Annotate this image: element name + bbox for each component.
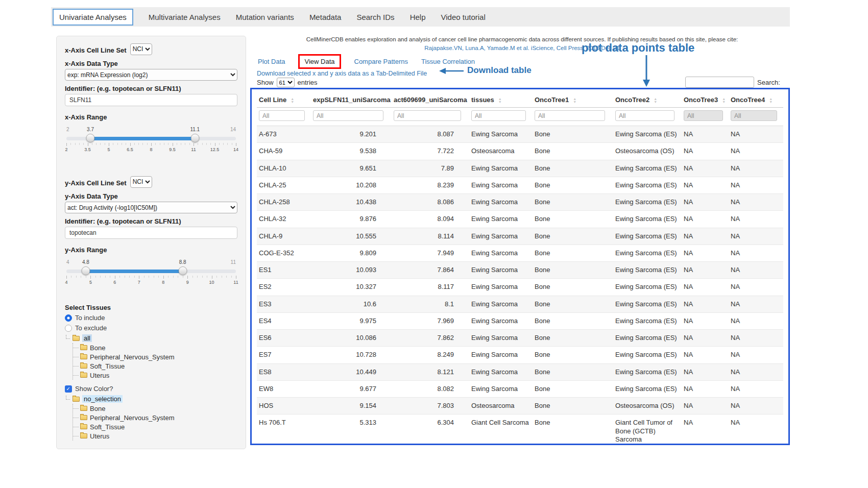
filter-input-act609699-unisarcoma[interactable]: [394, 110, 461, 121]
column-header-oncotree2[interactable]: OncoTree2▲▼: [613, 90, 682, 108]
entries-select[interactable]: 61: [277, 78, 295, 87]
tree-item-label: Soft_Tissue: [90, 423, 125, 431]
nav-tab-video-tutorial[interactable]: Video tutorial: [441, 13, 485, 21]
tab-tissue-correlation[interactable]: Tissue Correlation: [421, 58, 475, 65]
tree-item-uterus[interactable]: Uterus: [73, 431, 237, 441]
table-cell: Ewing Sarcoma (ES): [613, 160, 682, 177]
slider-handle-to[interactable]: [178, 266, 187, 275]
column-header-oncotree1[interactable]: OncoTree1▲▼: [533, 90, 613, 108]
tree-item-soft-tissue[interactable]: Soft_Tissue: [73, 422, 237, 431]
table-cell: Ewing Sarcoma: [469, 177, 533, 193]
download-link[interactable]: Download selected x and y axis data as a…: [257, 70, 427, 77]
nav-tab-mutation-variants[interactable]: Mutation variants: [236, 13, 294, 21]
slider-handle-to[interactable]: [190, 134, 199, 142]
column-header-oncotree4[interactable]: OncoTree4▲▼: [729, 90, 783, 108]
table-cell: NA: [729, 312, 783, 329]
table-cell: Ewing Sarcoma (ES): [613, 126, 682, 143]
citation-link[interactable]: Rajapakse.VN, Luna.A, Yamade.M et al. iS…: [255, 45, 789, 51]
filter-input-cell-line[interactable]: [259, 110, 305, 121]
y-identifier-label: Identifier: (e.g. topotecan or SLFN11): [65, 217, 237, 225]
y-identifier-input[interactable]: [65, 227, 237, 239]
control-sidebar: x-Axis Cell Line Set NCI x-Axis Data Typ…: [56, 36, 246, 449]
x-data-type-select[interactable]: exp: mRNA Expression (log2): [65, 69, 237, 81]
table-cell: NA: [729, 279, 783, 296]
tree-root-all[interactable]: all: [66, 334, 237, 342]
tree-item-soft-tissue[interactable]: Soft_Tissue: [73, 361, 237, 371]
folder-icon: [80, 345, 87, 350]
slider-min-label: 2: [66, 127, 69, 132]
tissues-exclude-radio[interactable]: To exclude: [65, 324, 237, 332]
filter-input-oncotree2[interactable]: [615, 110, 674, 121]
tree-item-peripheral-nervous-system[interactable]: Peripheral_Nervous_System: [73, 352, 237, 361]
table-cell: Ewing Sarcoma: [469, 380, 533, 397]
table-row: CHLA-329.8768.094Ewing SarcomaBoneEwing …: [257, 211, 783, 228]
slider-from-label: 3.7: [87, 127, 94, 132]
sort-icon[interactable]: ▲▼: [291, 97, 294, 104]
tree-item-bone[interactable]: Bone: [73, 343, 237, 352]
nav-tab-univariate-analyses[interactable]: Univariate Analyses: [53, 9, 133, 26]
sort-icon[interactable]: ▲▼: [573, 97, 576, 104]
filter-input-tissues[interactable]: [471, 110, 526, 121]
filter-input-expslfn11-unisarcoma[interactable]: [313, 110, 383, 121]
table-row: ES49.9757.969Ewing SarcomaBoneEwing Sarc…: [257, 312, 783, 329]
search-input[interactable]: [685, 77, 754, 88]
nav-tab-search-ids[interactable]: Search IDs: [356, 13, 394, 21]
tree-root-label: all: [82, 334, 92, 342]
table-cell: 9.677: [311, 380, 392, 397]
tab-view-data[interactable]: View Data: [298, 54, 341, 69]
slider-max-label: 11: [231, 259, 236, 265]
table-row: A-6739.2018.087Ewing SarcomaBoneEwing Sa…: [257, 126, 783, 143]
y-data-type-select[interactable]: act: Drug Activity (-log10[IC50M]): [65, 202, 237, 213]
y-cell-line-set-select[interactable]: NCI: [130, 176, 152, 188]
slider-min-label: 4: [66, 259, 69, 265]
table-cell: Ewing Sarcoma (ES): [613, 194, 682, 211]
column-header-expslfn11-unisarcoma[interactable]: expSLFN11_uniSarcoma▲▼: [311, 90, 392, 108]
tab-plot-data[interactable]: Plot Data: [258, 58, 285, 65]
table-cell: NA: [682, 245, 729, 261]
tab-compare-patterns[interactable]: Compare Patterns: [354, 58, 408, 65]
sort-icon[interactable]: ▲▼: [722, 97, 726, 104]
table-cell: CHLA-32: [257, 211, 311, 228]
filter-input-oncotree3[interactable]: [684, 110, 723, 121]
filter-input-oncotree4[interactable]: [731, 110, 777, 121]
nav-tab-metadata[interactable]: Metadata: [309, 13, 342, 21]
y-range-slider[interactable]: 4114.88.84567891011: [66, 267, 236, 290]
table-cell: NA: [729, 143, 783, 160]
slider-to-label: 8.8: [179, 259, 186, 265]
column-header-cell-line[interactable]: Cell Line▲▼: [257, 90, 311, 108]
show-color-checkbox-row[interactable]: Show Color?: [65, 385, 237, 393]
filter-input-oncotree1[interactable]: [535, 110, 605, 121]
column-header-oncotree3[interactable]: OncoTree3▲▼: [682, 90, 729, 108]
sort-icon[interactable]: ▲▼: [769, 97, 773, 104]
table-cell: NA: [682, 126, 729, 143]
slider-handle-from[interactable]: [81, 266, 90, 275]
tissues-include-radio[interactable]: To include: [65, 314, 237, 322]
nav-tab-help[interactable]: Help: [410, 13, 426, 21]
filter-cell: [682, 108, 729, 126]
sort-icon[interactable]: ▲▼: [498, 97, 502, 104]
table-cell: 7.722: [392, 143, 469, 160]
table-cell: 9.975: [311, 312, 392, 329]
tree-item-peripheral-nervous-system[interactable]: Peripheral_Nervous_System: [73, 413, 237, 422]
table-cell: Hs 706.T: [257, 414, 311, 445]
table-cell: Bone: [533, 262, 613, 279]
tree-item-uterus[interactable]: Uterus: [73, 371, 237, 380]
table-cell: NA: [682, 330, 729, 347]
table-cell: 8.239: [392, 177, 469, 193]
tree-root-no-selection[interactable]: no_selection: [66, 395, 237, 403]
column-header-act609699-unisarcoma[interactable]: act609699_uniSarcoma▲▼: [392, 90, 469, 108]
tree-item-bone[interactable]: Bone: [73, 404, 237, 413]
slider-track[interactable]: [66, 270, 236, 273]
table-cell: ES2: [257, 279, 311, 296]
slider-handle-from[interactable]: [86, 134, 95, 142]
x-cell-line-set-select[interactable]: NCI: [130, 43, 152, 55]
column-header-tissues[interactable]: tissues▲▼: [469, 90, 533, 108]
table-cell: NA: [729, 380, 783, 397]
x-range-slider[interactable]: 2143.711.123.556.589.51112.514: [66, 134, 236, 158]
annotation-plot-data-points-table: plot data points table: [582, 41, 694, 55]
table-cell: Ewing Sarcoma (ES): [613, 211, 682, 228]
nav-tab-multivariate-analyses[interactable]: Multivariate Analyses: [149, 13, 221, 21]
table-cell: NA: [682, 262, 729, 279]
sort-icon[interactable]: ▲▼: [654, 97, 657, 104]
x-identifier-input[interactable]: [65, 94, 237, 106]
